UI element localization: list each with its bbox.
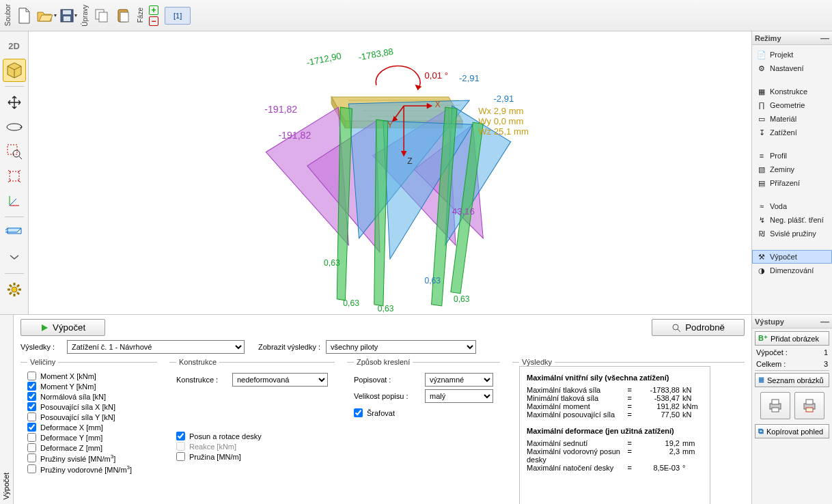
calc-icon: ⚒: [757, 252, 766, 262]
qty-checkbox[interactable]: Deformace X [mm]: [27, 423, 150, 432]
grid-icon: ▦: [757, 87, 766, 96]
qty-checkbox[interactable]: Posouvající síla X [kN]: [27, 402, 150, 411]
prof-icon: ≡: [757, 151, 766, 160]
zoom-window-button[interactable]: [3, 140, 26, 163]
copy-view-button[interactable]: ⧉Kopírovat pohled: [755, 424, 829, 438]
svg-rect-43: [806, 400, 813, 404]
mode-item-voda[interactable]: ≈Voda: [752, 199, 832, 213]
top-toolbar: Soubor ▾ ▾ Úpravy Fáze + − [1]: [0, 0, 832, 31]
settings-button[interactable]: [3, 278, 26, 301]
bottom-tab[interactable]: Výpočet: [0, 315, 14, 504]
svg-text:-1712,90: -1712,90: [305, 51, 342, 68]
qty-checkbox[interactable]: Deformace Y [mm]: [27, 433, 150, 442]
spring-icon: ₪: [757, 229, 766, 238]
size-select[interactable]: malý: [425, 389, 493, 403]
image-list-button[interactable]: ≣Seznam obrázků: [755, 373, 829, 387]
qty-checkbox[interactable]: Pružiny vodorovné [MN/m3]: [27, 464, 150, 474]
print-color-button[interactable]: [794, 392, 824, 419]
view-2d-button[interactable]: 2D: [3, 34, 26, 57]
detail-button[interactable]: Podrobně: [652, 319, 745, 336]
view-3d-button[interactable]: [3, 59, 26, 82]
zoom-fit-button[interactable]: [3, 165, 26, 188]
section-button[interactable]: [3, 221, 26, 244]
show-results-select[interactable]: všechny piloty: [326, 340, 476, 354]
svg-point-7: [7, 124, 22, 130]
copy-button[interactable]: [92, 3, 112, 28]
mode-item-dimenzování[interactable]: ◑Dimenzování: [752, 264, 832, 277]
svg-rect-6: [120, 12, 128, 22]
group-file-label: Soubor: [3, 4, 13, 26]
qty-checkbox[interactable]: Moment X [kNm]: [27, 372, 150, 380]
minimize-icon[interactable]: —: [820, 316, 829, 326]
neg-icon: ↯: [757, 215, 766, 225]
modes-title: Režimy: [755, 34, 781, 42]
pruzina-checkbox[interactable]: Pružina [MN/m]: [176, 452, 328, 461]
mode-item-projekt[interactable]: 📄Projekt: [752, 48, 832, 61]
load-icon: ↧: [757, 128, 766, 137]
pan-button[interactable]: [3, 91, 26, 114]
svg-text:0,01 °: 0,01 °: [424, 70, 447, 81]
posun-checkbox[interactable]: Posun a rotace desky: [176, 432, 328, 440]
qty-checkbox[interactable]: Deformace Z [mm]: [27, 443, 150, 452]
soil-icon: ▧: [757, 165, 766, 174]
mode-item-zatížení[interactable]: ↧Zatížení: [752, 126, 832, 139]
qty-checkbox[interactable]: Posouvající síla Y [kN]: [27, 412, 150, 421]
mode-item-zeminy[interactable]: ▧Zeminy: [752, 163, 832, 176]
construction-select[interactable]: nedeformovaná: [232, 373, 328, 387]
svg-point-9: [13, 150, 20, 157]
cols-icon: ∏: [757, 100, 766, 110]
add-image-button[interactable]: B⁺Přidat obrázek: [755, 331, 829, 346]
svg-rect-41: [772, 408, 779, 412]
mode-item-výpočet[interactable]: ⚒Výpočet: [752, 250, 832, 264]
mat-icon: ▭: [757, 114, 766, 124]
svg-rect-4: [99, 12, 107, 22]
minimize-icon[interactable]: —: [820, 33, 829, 43]
hatch-checkbox[interactable]: Šrafovat: [354, 408, 493, 417]
save-button[interactable]: ▾: [58, 3, 79, 28]
orbit-button[interactable]: [3, 115, 26, 139]
svg-text:Wy 0,0 mm: Wy 0,0 mm: [478, 116, 523, 126]
gear-icon: ⚙: [757, 64, 766, 73]
mode-item-profil[interactable]: ≡Profil: [752, 149, 832, 163]
calculate-button[interactable]: Výpočet: [20, 319, 105, 336]
mode-item-materiál[interactable]: ▭Materiál: [752, 112, 832, 126]
svg-rect-40: [772, 400, 779, 404]
open-file-button[interactable]: ▾: [36, 3, 57, 28]
svg-rect-10: [10, 171, 19, 181]
viewport-3d[interactable]: X Y Z 0,01 ° -1712,90 -1783,88 -2,91 -2,…: [29, 31, 751, 314]
assign-icon: ▤: [757, 178, 766, 188]
print-button[interactable]: [760, 392, 790, 419]
qty-checkbox[interactable]: Pružiny svislé [MN/m3]: [27, 453, 150, 463]
mode-item-neg. plášť. tření[interactable]: ↯Neg. plášť. tření: [752, 213, 832, 227]
new-file-button[interactable]: [14, 3, 35, 28]
svg-text:0,63: 0,63: [378, 304, 394, 313]
phase-remove-button[interactable]: −: [149, 16, 158, 26]
mode-item-konstrukce[interactable]: ▦Konstrukce: [752, 85, 832, 98]
phase-add-button[interactable]: +: [149, 5, 158, 15]
results-text: Maximální vnitřní síly (všechna zatížení…: [519, 366, 710, 504]
svg-text:-191,82: -191,82: [264, 104, 297, 115]
svg-text:0,63: 0,63: [343, 298, 359, 308]
group-phase-label: Fáze: [135, 8, 145, 23]
axes-button[interactable]: [3, 189, 26, 212]
qty-checkbox[interactable]: Normálová síla [kN]: [27, 392, 150, 401]
doc-icon: 📄: [757, 50, 766, 59]
view-toolbar: 2D: [0, 31, 29, 314]
reakce-checkbox: Reakce [kNm]: [176, 442, 328, 451]
qty-checkbox[interactable]: Moment Y [kNm]: [27, 382, 150, 391]
expand-down-icon[interactable]: [3, 246, 26, 269]
results-select[interactable]: Zatížení č. 1 - Návrhové: [67, 340, 245, 354]
svg-rect-44: [806, 408, 813, 412]
svg-text:-191,82: -191,82: [278, 130, 311, 141]
desc-select[interactable]: významné: [425, 373, 493, 387]
paste-button[interactable]: [113, 3, 134, 28]
mode-item-nastavení[interactable]: ⚙Nastavení: [752, 61, 832, 75]
svg-text:Wx 2,9 mm: Wx 2,9 mm: [478, 106, 523, 116]
mode-item-přiřazení[interactable]: ▤Přiřazení: [752, 176, 832, 190]
svg-rect-2: [64, 16, 70, 21]
mode-item-svislé pružiny[interactable]: ₪Svislé pružiny: [752, 227, 832, 240]
phase-tab-1[interactable]: [1]: [165, 7, 191, 25]
dim-icon: ◑: [757, 266, 766, 275]
mode-item-geometrie[interactable]: ∏Geometrie: [752, 98, 832, 112]
svg-text:0,63: 0,63: [324, 258, 340, 268]
